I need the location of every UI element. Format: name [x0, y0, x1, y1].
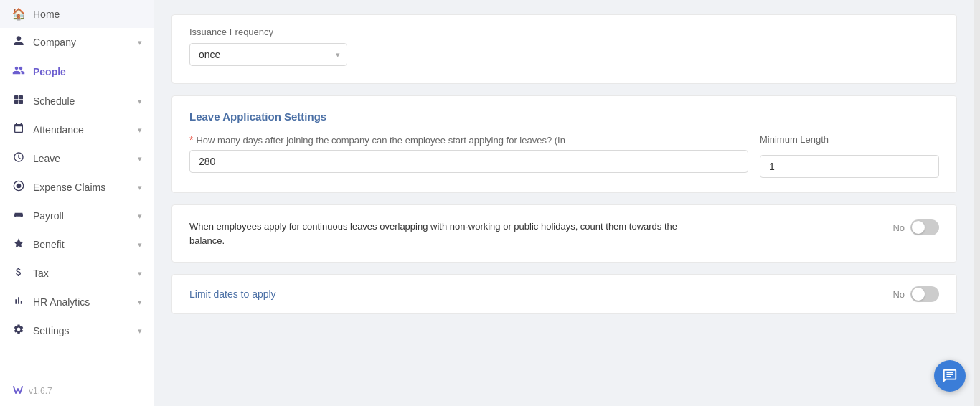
- min-length-label: Minimum Length: [760, 134, 939, 145]
- holidays-toggle-row: When employees apply for continuous leav…: [189, 219, 939, 247]
- issuance-frequency-card: Issuance Frequency once monthly yearly ▾: [171, 14, 957, 84]
- chevron-down-icon: ▾: [138, 269, 142, 278]
- right-scroll-track: [974, 0, 980, 406]
- sidebar-item-label: Attendance: [33, 124, 131, 136]
- sidebar-item-schedule[interactable]: Schedule ▾: [0, 87, 154, 115]
- chevron-down-icon: ▾: [138, 240, 142, 250]
- svg-rect-1: [19, 95, 23, 99]
- sidebar-item-company[interactable]: Company ▾: [0, 28, 154, 57]
- chevron-down-icon: ▾: [138, 38, 142, 47]
- sidebar-item-label: Leave: [33, 153, 131, 164]
- company-icon: [11, 35, 26, 49]
- sidebar-item-label: Settings: [33, 325, 131, 336]
- chevron-down-icon: ▾: [138, 326, 142, 336]
- limit-dates-toggle-slider: [910, 286, 939, 302]
- sidebar-item-attendance[interactable]: Attendance ▾: [0, 115, 154, 144]
- sidebar-item-label: Expense Claims: [33, 181, 131, 193]
- chevron-down-icon: ▾: [138, 183, 142, 192]
- chevron-down-icon: ▾: [138, 154, 142, 164]
- limit-dates-toggle-switch[interactable]: [910, 286, 939, 302]
- issuance-frequency-select[interactable]: once monthly yearly: [189, 43, 347, 66]
- min-length-input[interactable]: [760, 155, 939, 178]
- svg-rect-3: [19, 100, 23, 104]
- sidebar-item-home[interactable]: 🏠 Home: [0, 0, 154, 28]
- days-field-label-text: How many days after joining the company …: [196, 135, 565, 146]
- leave-application-form-row: * How many days after joining the compan…: [189, 134, 939, 178]
- sidebar-item-label: People: [33, 66, 142, 77]
- sidebar-item-payroll[interactable]: Payroll ▾: [0, 202, 154, 230]
- sidebar-item-label: HR Analytics: [33, 296, 131, 308]
- schedule-icon: [11, 94, 26, 108]
- holidays-toggle-text: When employees apply for continuous leav…: [189, 219, 706, 247]
- sidebar-item-label: Home: [33, 9, 142, 20]
- sidebar-item-tax[interactable]: Tax ▾: [0, 259, 154, 288]
- attendance-icon: [11, 123, 26, 137]
- chat-icon: [942, 368, 958, 384]
- sidebar-item-label: Payroll: [33, 210, 131, 222]
- holidays-toggle-right: No: [892, 219, 939, 235]
- holidays-text-content: When employees apply for continuous leav…: [189, 221, 677, 246]
- limit-dates-toggle-right: No: [892, 286, 939, 302]
- chevron-down-icon: ▾: [138, 298, 142, 307]
- sidebar-item-people[interactable]: People: [0, 57, 154, 87]
- holidays-toggle-switch[interactable]: [910, 219, 939, 235]
- sidebar: 🏠 Home Company ▾ People Schedule ▾ Atten…: [0, 0, 154, 406]
- payroll-icon: [11, 209, 26, 223]
- sidebar-item-hr-analytics[interactable]: HR Analytics ▾: [0, 288, 154, 316]
- expense-icon: [11, 180, 26, 194]
- toggle-slider: [910, 219, 939, 235]
- issuance-select-wrapper: once monthly yearly ▾: [189, 43, 347, 66]
- main-content: Issuance Frequency once monthly yearly ▾…: [154, 0, 974, 406]
- svg-rect-0: [14, 95, 18, 99]
- sidebar-item-label: Tax: [33, 268, 131, 279]
- days-after-joining-input[interactable]: [189, 150, 748, 173]
- hr-analytics-icon: [11, 295, 26, 309]
- home-icon: 🏠: [11, 7, 26, 21]
- sidebar-item-settings[interactable]: Settings ▾: [0, 316, 154, 345]
- svg-point-5: [17, 184, 22, 189]
- min-length-group: Minimum Length: [760, 134, 939, 178]
- leave-application-title: Leave Application Settings: [189, 110, 939, 123]
- tax-icon: [11, 266, 26, 280]
- required-star: *: [189, 134, 193, 146]
- sidebar-item-benefit[interactable]: Benefit ▾: [0, 230, 154, 259]
- sidebar-item-expense[interactable]: Expense Claims ▾: [0, 173, 154, 202]
- limit-dates-label: Limit dates to apply: [189, 288, 276, 300]
- leave-application-settings-card: Leave Application Settings * How many da…: [171, 95, 957, 193]
- settings-icon: [11, 324, 26, 338]
- days-field-group: * How many days after joining the compan…: [189, 134, 748, 173]
- holidays-overlap-card: When employees apply for continuous leav…: [171, 204, 957, 263]
- chevron-down-icon: ▾: [138, 97, 142, 106]
- limit-dates-card: Limit dates to apply No: [171, 274, 957, 314]
- benefit-icon: [11, 237, 26, 252]
- limit-dates-row: Limit dates to apply No: [189, 286, 939, 302]
- chevron-down-icon: ▾: [138, 126, 142, 135]
- chevron-down-icon: ▾: [138, 212, 142, 221]
- sidebar-item-label: Schedule: [33, 95, 131, 107]
- people-icon: [11, 64, 26, 80]
- days-field-label: * How many days after joining the compan…: [189, 134, 748, 146]
- chat-button[interactable]: [934, 360, 966, 392]
- svg-rect-2: [14, 100, 18, 104]
- issuance-frequency-label: Issuance Frequency: [189, 27, 939, 37]
- sidebar-version: v1.6.7: [0, 376, 154, 406]
- limit-dates-toggle-label: No: [892, 289, 905, 300]
- sidebar-item-label: Company: [33, 37, 131, 48]
- version-label: v1.6.7: [29, 386, 52, 396]
- sidebar-item-leave[interactable]: Leave ▾: [0, 144, 154, 173]
- leave-icon: [11, 151, 26, 166]
- sidebar-item-label: Benefit: [33, 239, 131, 250]
- holidays-toggle-label: No: [892, 222, 905, 233]
